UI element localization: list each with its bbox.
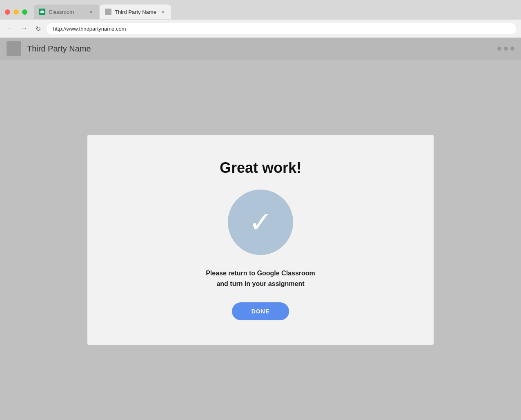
browser-chrome: Classroom × Third Party Name × ← → ↻ — [0, 0, 521, 38]
tab-classroom-close[interactable]: × — [88, 9, 94, 15]
site-title: Third Party Name — [27, 44, 91, 54]
tab-bar: Classroom × Third Party Name × — [34, 4, 516, 19]
close-traffic-light[interactable] — [5, 9, 10, 15]
menu-dot-2 — [504, 47, 508, 51]
site-header-menu-dots — [497, 47, 514, 51]
minimize-traffic-light[interactable] — [13, 9, 19, 15]
tab-classroom-label: Classroom — [49, 9, 85, 15]
traffic-lights — [5, 9, 27, 15]
third-party-favicon-icon — [105, 9, 111, 15]
page-content: Great work! ✓ Please return to Google Cl… — [0, 60, 521, 420]
menu-dot-3 — [510, 47, 514, 51]
address-input[interactable] — [47, 23, 516, 34]
card-message-line2: and turn in your assignment — [216, 280, 304, 287]
tab-third-party-label: Third Party Name — [115, 9, 156, 15]
title-bar: Classroom × Third Party Name × — [0, 0, 521, 20]
completion-card: Great work! ✓ Please return to Google Cl… — [87, 135, 434, 344]
check-circle: ✓ — [228, 190, 293, 255]
tab-classroom[interactable]: Classroom × — [34, 4, 99, 19]
done-button[interactable]: DONE — [232, 302, 289, 320]
menu-dot-1 — [497, 47, 501, 51]
back-button[interactable]: ← — [5, 23, 16, 34]
classroom-favicon-icon — [39, 9, 45, 15]
card-title: Great work! — [220, 159, 301, 176]
address-bar-row: ← → ↻ — [0, 20, 521, 38]
reload-button[interactable]: ↻ — [33, 23, 43, 34]
card-message: Please return to Google Classroom and tu… — [206, 268, 315, 289]
checkmark-icon: ✓ — [249, 208, 273, 237]
site-header: Third Party Name — [0, 38, 521, 60]
site-logo — [7, 41, 21, 56]
card-message-line1: Please return to Google Classroom — [206, 270, 315, 277]
tab-third-party[interactable]: Third Party Name × — [100, 4, 171, 19]
maximize-traffic-light[interactable] — [22, 9, 27, 15]
forward-button[interactable]: → — [19, 23, 29, 34]
tab-third-party-close[interactable]: × — [160, 9, 166, 15]
